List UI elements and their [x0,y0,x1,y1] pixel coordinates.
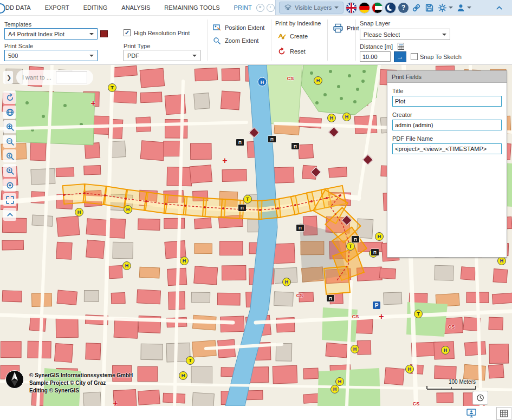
menu-item-remaining-tools[interactable]: REMAINING TOOLS [164,4,219,11]
menu-item-export[interactable]: EXPORT [45,4,69,11]
scalebar-label: 100 Meters [411,379,479,385]
history-button[interactable] [472,391,488,405]
app-window: DD DATA EXPORT EDITING ANALYSIS REMAININ… [0,0,512,420]
print-scale-select[interactable]: 500 [4,50,98,61]
reset-indexline-label: Reset [290,48,306,55]
templates-value: A4 Portrait Index Plot [8,31,64,37]
menu-item-add-data[interactable]: DD DATA [5,4,31,11]
reset-indexline-icon [277,47,287,56]
menubar: DD DATA EXPORT EDITING ANALYSIS REMAININ… [0,0,512,16]
title-label: Title [392,88,502,94]
language-english-icon[interactable] [346,3,357,13]
zoom-in-button[interactable] [3,120,16,133]
create-indexline-button[interactable]: Create [277,32,308,41]
clock-icon [476,393,484,402]
zoom-out-button[interactable] [3,135,16,148]
gear-icon [437,3,448,13]
map-viewport[interactable]: HHHHHHHHHHHHHHHHHTTTTTH++++ΠΠΠΠΠΠΠΠPCSCS… [0,65,512,406]
rotate-reset-button[interactable] [3,91,16,104]
visible-layers-label: Visible Layers [295,4,332,11]
scalebar-graphic [411,385,479,390]
main-menu: DD DATA EXPORT EDITING ANALYSIS REMAININ… [0,4,220,11]
collapse-toolbar-button[interactable] [3,208,16,221]
previous-extent-icon [5,152,15,161]
map-attribution: © SynerGIS Informationssysteme GmbH Samp… [29,372,133,395]
print-type-select[interactable]: PDF [124,50,200,61]
pdf-file-name-label: PDF File Name [392,135,502,142]
print-scale-label: Print Scale [4,43,33,49]
chevron-down-icon [442,34,446,36]
settings-menu[interactable] [437,3,453,13]
attribute-table-button[interactable] [496,407,511,420]
map-toolbar [3,91,16,221]
close-tab-icon[interactable]: × [256,4,264,12]
previous-extent-button[interactable] [3,149,16,162]
high-res-checkbox[interactable] [124,29,131,36]
apply-distance-button[interactable] [394,51,406,62]
chevron-up-icon [5,210,15,219]
position-extent-button[interactable]: Position Extent [212,23,264,32]
print-scale-value: 500 [8,52,18,59]
north-arrow-icon [5,370,24,389]
next-extent-button[interactable] [3,164,16,177]
snap-to-sketch-checkbox[interactable] [411,53,418,60]
globe-icon [5,108,15,117]
indexline-group-title: Print by Indexline [275,20,321,27]
menubar-right: Visible Layers ? [275,0,512,15]
dark-mode-icon[interactable] [385,3,396,13]
reset-indexline-button[interactable]: Reset [277,47,306,56]
print-fields-panel: Print Fields Title Creator PDF File Name [387,70,507,258]
collapse-ribbon-icon[interactable] [494,3,504,13]
language-german-icon[interactable] [359,3,370,13]
help-icon[interactable]: ? [398,3,409,13]
menu-item-editing[interactable]: EDITING [83,4,108,11]
bottom-strip [0,406,512,420]
attribution-line: © SynerGIS Informationssysteme GmbH [29,372,133,379]
pdf-file-name-input[interactable] [392,143,502,154]
calculator-icon [398,43,404,50]
snap-layer-title: Snap Layer [360,20,390,27]
templates-select[interactable]: A4 Portrait Index Plot [4,28,98,40]
print-type-label: Print Type [124,43,150,49]
chevron-down-icon [334,6,339,9]
printer-icon [333,23,344,33]
title-input[interactable] [392,96,502,107]
save-icon[interactable] [424,3,435,13]
expand-sidebar-button[interactable] [3,71,13,84]
visible-layers-button[interactable]: Visible Layers [279,2,344,14]
zoom-out-icon [5,137,15,146]
zoom-in-icon [5,122,15,132]
distance-input[interactable] [360,51,391,62]
session-user-icon[interactable] [466,408,477,418]
center-map-button[interactable] [3,179,16,192]
zoom-extent-button[interactable]: Zoom Extent [212,36,258,45]
snap-layer-select[interactable]: Please Select [360,29,450,40]
position-extent-icon [212,23,222,32]
i-want-to-input[interactable] [56,71,87,83]
attribution-line: Sample Project © City of Graz [29,379,133,387]
snap-layer-value: Please Select [364,31,400,38]
create-indexline-label: Create [290,33,308,40]
print-type-value: PDF [127,52,139,59]
full-extent-button[interactable] [3,106,16,119]
print-ribbon: Templates A4 Portrait Index Plot Print S… [0,16,512,65]
language-arabic-icon[interactable] [372,3,383,13]
distance-label: Distance [m] [360,43,393,50]
tab-print[interactable]: PRINT [234,4,252,11]
prev-tab-icon[interactable]: ‹ [267,4,275,12]
position-extent-label: Position Extent [225,24,264,31]
chevron-down-icon [449,6,453,9]
snap-to-sketch-label: Snap To Sketch [420,54,462,60]
delete-template-button[interactable] [100,30,108,37]
share-link-icon[interactable] [411,3,422,13]
creator-input[interactable] [392,120,502,130]
layers-icon [284,4,292,12]
menu-item-analysis[interactable]: ANALYSIS [121,4,150,11]
fullscreen-button[interactable] [3,193,16,206]
zoom-extent-icon [212,36,222,45]
ribbon-separator [271,19,271,61]
chevron-down-icon [192,55,197,57]
user-menu[interactable] [456,3,471,13]
i-want-to-widget: I want to ... [16,70,93,85]
table-grid-icon [500,410,508,417]
